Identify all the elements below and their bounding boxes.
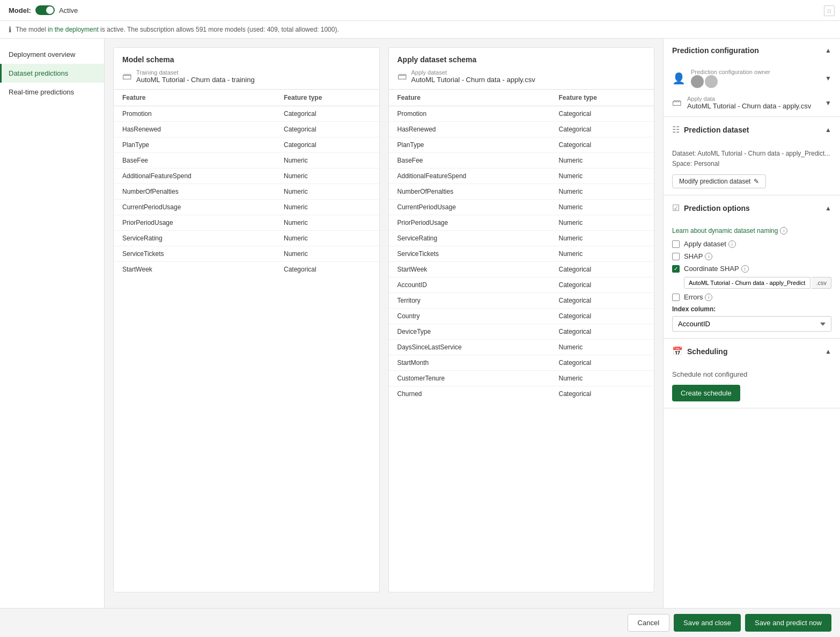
feature-cell: Promotion — [389, 106, 550, 122]
index-col-label: Index column: — [672, 305, 831, 313]
content-area: Model schema 🗃 Training dataset AutoML T… — [105, 39, 663, 633]
shap-checkbox[interactable] — [672, 253, 680, 260]
table-row: PromotionCategorical — [389, 106, 654, 122]
table-row: ServiceRatingNumeric — [114, 231, 379, 246]
type-cell: Categorical — [550, 386, 654, 402]
sidebar-item-deployment-overview[interactable]: Deployment overview — [0, 45, 104, 64]
type-cell: Categorical — [550, 137, 654, 153]
owner-chevron-down-icon[interactable]: ▼ — [825, 75, 831, 82]
feature-cell: ServiceTickets — [389, 246, 550, 262]
apply-data-info: Apply data AutoML Tutorial - Churn data … — [687, 96, 820, 110]
learn-dynamic-naming-link[interactable]: Learn about dynamic dataset naming i — [672, 227, 831, 235]
info-link[interactable]: in the deployment — [48, 26, 99, 33]
model-dataset-name: AutoML Tutorial - Churn data - training — [136, 76, 255, 84]
table-row: CurrentPeriodUsageNumeric — [114, 200, 379, 215]
table-row: PriorPeriodUsageNumeric — [389, 215, 654, 231]
type-cell: Numeric — [550, 246, 654, 262]
table-row: ServiceTicketsNumeric — [114, 246, 379, 262]
coordinate-shap-info-icon[interactable]: i — [741, 265, 749, 273]
table-row: NumberOfPenaltiesNumeric — [114, 184, 379, 200]
table-row: PlanTypeCategorical — [114, 137, 379, 153]
apply-schema-card: Apply dataset schema 🗃 Apply dataset Aut… — [388, 47, 655, 592]
feature-cell: ServiceRating — [389, 231, 550, 246]
sidebar-item-dataset-predictions[interactable]: Dataset predictions — [0, 64, 104, 83]
coordinate-shap-option-label: Coordinate SHAP i — [684, 265, 749, 273]
model-label: Model: — [9, 6, 31, 14]
edit-icon: ✎ — [754, 178, 759, 185]
prediction-dataset-icon: ☷ — [672, 125, 680, 135]
feature-cell: DeviceType — [389, 324, 550, 340]
apply-dataset-info-icon[interactable]: i — [728, 240, 736, 248]
type-cell: Numeric — [275, 246, 379, 262]
table-row: BaseFeeNumeric — [114, 153, 379, 169]
owner-label: Prediction configuration owner — [691, 69, 820, 75]
errors-option-label: Errors i — [684, 293, 712, 301]
model-col-type: Feature type — [275, 90, 379, 106]
type-cell: Numeric — [550, 200, 654, 215]
feature-cell: DaysSinceLastService — [389, 340, 550, 355]
type-cell: Numeric — [275, 215, 379, 231]
apply-dataset-checkbox[interactable] — [672, 240, 680, 248]
feature-cell: HasRenewed — [114, 122, 275, 137]
expand-icon[interactable]: □ — [824, 5, 835, 16]
type-cell: Categorical — [550, 324, 654, 340]
learn-info-circle-icon: i — [780, 227, 787, 235]
type-cell: Categorical — [550, 122, 654, 137]
scheduling-icon: 📅 — [672, 346, 683, 356]
apply-schema-title: Apply dataset schema — [397, 55, 646, 64]
table-row: PromotionCategorical — [114, 106, 379, 122]
type-cell: Categorical — [275, 122, 379, 137]
type-cell: Numeric — [275, 231, 379, 246]
type-cell: Categorical — [550, 355, 654, 371]
prediction-config-title: Prediction configuration — [672, 46, 759, 55]
pred-options-chevron-up-icon: ▲ — [825, 204, 831, 212]
table-row: BaseFeeNumeric — [389, 153, 654, 169]
model-schema-title: Model schema — [122, 55, 371, 64]
shap-input-row: .csv — [684, 277, 831, 289]
type-cell: Numeric — [550, 184, 654, 200]
table-row: ServiceRatingNumeric — [389, 231, 654, 246]
modify-prediction-dataset-button[interactable]: Modify prediction dataset ✎ — [672, 174, 766, 188]
coordinate-shap-checkbox[interactable]: ✓ — [672, 265, 680, 273]
save-predict-button[interactable]: Save and predict now — [745, 614, 831, 632]
apply-data-row: 🗃 Apply data AutoML Tutorial - Churn dat… — [672, 96, 831, 110]
feature-cell: Promotion — [114, 106, 275, 122]
scheduling-title: Scheduling — [687, 347, 727, 356]
prediction-options-header[interactable]: ☑ Prediction options ▲ — [664, 195, 840, 221]
type-cell: Numeric — [275, 169, 379, 184]
prediction-dataset-info: Dataset: AutoML Tutorial - Churn data - … — [672, 149, 831, 169]
learn-link-label: Learn about dynamic dataset naming — [672, 227, 778, 235]
table-row: DeviceTypeCategorical — [389, 324, 654, 340]
cancel-button[interactable]: Cancel — [628, 614, 669, 632]
table-row: AdditionalFeatureSpendNumeric — [114, 169, 379, 184]
errors-info-icon[interactable]: i — [705, 294, 712, 301]
feature-cell: NumberOfPenalties — [389, 184, 550, 200]
apply-data-chevron-down-icon[interactable]: ▼ — [825, 99, 831, 107]
feature-cell: NumberOfPenalties — [114, 184, 275, 200]
prediction-config-header[interactable]: Prediction configuration ▲ — [664, 39, 840, 62]
prediction-dataset-header[interactable]: ☷ Prediction dataset ▲ — [664, 117, 840, 142]
prediction-dataset-section: ☷ Prediction dataset ▲ Dataset: AutoML T… — [664, 117, 840, 195]
type-cell: Numeric — [550, 371, 654, 386]
model-toggle[interactable] — [35, 5, 55, 15]
type-cell: Categorical — [275, 137, 379, 153]
shap-filename-input[interactable] — [684, 277, 810, 289]
feature-cell: StartMonth — [389, 355, 550, 371]
apply-dataset-label: Apply dataset — [411, 69, 535, 76]
type-cell: Categorical — [550, 277, 654, 293]
owner-avatars — [691, 75, 820, 88]
create-schedule-button[interactable]: Create schedule — [672, 385, 740, 401]
prediction-dataset-name: Dataset: AutoML Tutorial - Churn data - … — [672, 149, 831, 159]
table-row: ChurnedCategorical — [389, 386, 654, 402]
feature-cell: BaseFee — [114, 153, 275, 169]
schedule-status-text: Schedule not configured — [672, 370, 831, 378]
sidebar-item-real-time-predictions[interactable]: Real-time predictions — [0, 83, 104, 101]
type-cell: Categorical — [275, 262, 379, 277]
feature-cell: StartWeek — [389, 262, 550, 277]
shap-info-icon[interactable]: i — [705, 253, 712, 260]
save-close-button[interactable]: Save and close — [674, 614, 741, 632]
scheduling-header[interactable]: 📅 Scheduling ▲ — [664, 339, 840, 364]
index-col-select[interactable]: AccountID Territory Country DeviceType — [672, 316, 831, 332]
info-icon: ℹ — [9, 25, 11, 34]
errors-checkbox[interactable] — [672, 294, 680, 301]
